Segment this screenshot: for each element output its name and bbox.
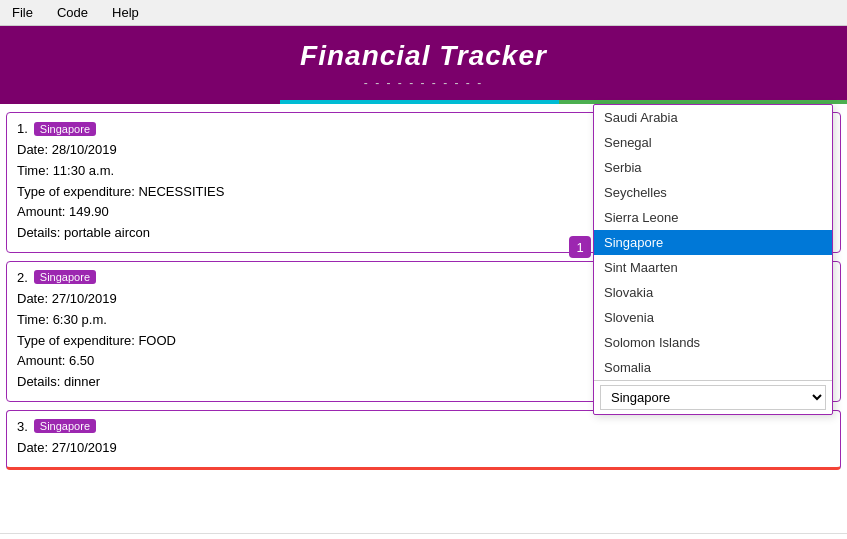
badge-2-container: 2 [0,534,847,539]
menu-code[interactable]: Code [53,3,92,22]
menu-help[interactable]: Help [108,3,143,22]
dropdown-item-sint-maarten[interactable]: Sint Maarten [594,255,832,280]
entry-number-3: 3. [17,419,28,434]
dropdown-item-senegal[interactable]: Senegal [594,130,832,155]
country-badge-2: Singapore [34,270,96,284]
dropdown-overlay[interactable]: Saudi Arabia Senegal Serbia Seychelles S… [593,104,833,415]
menu-file[interactable]: File [8,3,37,22]
dropdown-item-saudi-arabia[interactable]: Saudi Arabia [594,105,832,130]
dropdown-item-somalia[interactable]: Somalia [594,355,832,380]
badge-1: 1 [569,236,591,258]
dropdown-item-serbia[interactable]: Serbia [594,155,832,180]
entry-date-3: Date: 27/10/2019 [17,438,830,459]
dropdown-item-solomon-islands[interactable]: Solomon Islands [594,330,832,355]
menu-bar: File Code Help [0,0,847,26]
country-badge-1: Singapore [34,122,96,136]
entry-header-3: 3. Singapore [17,419,830,434]
app-header: Financial Tracker - - - - - - - - - - - [0,26,847,100]
app-title: Financial Tracker [0,40,847,72]
dropdown-footer: Singapore [594,380,832,414]
dropdown-item-slovenia[interactable]: Slovenia [594,305,832,330]
dropdown-item-sierra-leone[interactable]: Sierra Leone [594,205,832,230]
entry-card-3: 3. Singapore Date: 27/10/2019 [6,410,841,470]
entry-number-2: 2. [17,270,28,285]
main-area: 1. Singapore Date: 28/10/2019 Time: 11:3… [0,104,847,533]
header-dashes: - - - - - - - - - - - [0,76,847,90]
entry-details-3: Date: 27/10/2019 [17,438,830,459]
dropdown-item-slovakia[interactable]: Slovakia [594,280,832,305]
entry-number-1: 1. [17,121,28,136]
dropdown-item-seychelles[interactable]: Seychelles [594,180,832,205]
badge-1-container: 1 [569,236,591,258]
country-badge-3: Singapore [34,419,96,433]
country-select[interactable]: Singapore [600,385,826,410]
dropdown-list: Saudi Arabia Senegal Serbia Seychelles S… [594,105,832,380]
dropdown-item-singapore[interactable]: Singapore [594,230,832,255]
bottom-area: 2 [0,533,847,539]
